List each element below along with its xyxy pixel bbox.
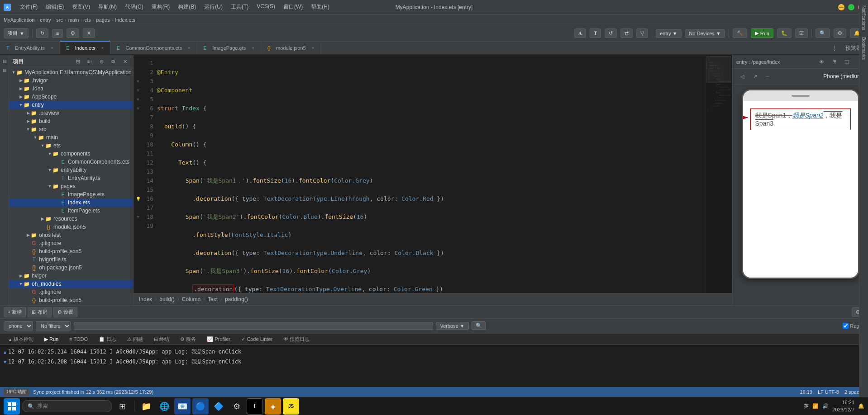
bookmarks-btn[interactable]: Bookmarks: [860, 55, 867, 61]
menu-refactor[interactable]: 重构(R): [148, 1, 174, 13]
tree-item-hvigordir[interactable]: ▶ 📁 hvigor: [9, 272, 133, 280]
menu-edit[interactable]: 编辑(E): [42, 1, 67, 13]
taskbar-app-file[interactable]: 📁: [138, 398, 154, 415]
tree-item-gitignore1[interactable]: ▶ G .gitignore: [9, 239, 133, 247]
left-sidebar-btn[interactable]: ⊟: [0, 57, 9, 65]
mirror-btn[interactable]: ⇄: [620, 28, 633, 38]
tree-item-buildprofile2[interactable]: ▶ {} build-profile.json5: [9, 296, 133, 304]
preview-layout-btn[interactable]: ◫: [842, 57, 852, 67]
tree-item-main[interactable]: ▼ 📁 main: [9, 133, 133, 141]
tab-imagepage[interactable]: E ImagePage.ets ×: [197, 42, 261, 54]
left-sidebar-btn[interactable]: ⊟: [0, 66, 9, 74]
tab-more-btn[interactable]: ⋮: [829, 44, 840, 52]
bottom-settings-btn[interactable]: ⚙ 设置: [53, 307, 77, 317]
btn-profiler[interactable]: 📈 Profiler: [202, 335, 235, 344]
align-btn[interactable]: ≡: [52, 29, 63, 38]
build-project-btn[interactable]: 🔨: [733, 28, 747, 38]
windows-start-btn[interactable]: [4, 398, 20, 415]
tree-item-gitignore2[interactable]: ▶ G .gitignore: [9, 288, 133, 296]
tree-item-commoncomponents[interactable]: ▶ E CommonComponents.ets: [9, 158, 133, 166]
menu-tools[interactable]: 工具(T): [227, 1, 252, 13]
tab-close-icon[interactable]: ×: [250, 45, 256, 51]
sidebar-scroll-btn[interactable]: ⊙: [97, 57, 106, 66]
btn-codelinter[interactable]: ✓ Code Linter: [237, 335, 277, 344]
tree-item-buildprofile1[interactable]: ▶ {} build-profile.json5: [9, 247, 133, 255]
tab-entryability[interactable]: T EntryAbility.ts ×: [0, 42, 60, 54]
sidebar-sort-btn[interactable]: ≡↑: [85, 57, 94, 66]
btn-preview-log[interactable]: 👁 预览日志: [279, 334, 314, 344]
btn-services[interactable]: ⚙ 服务: [176, 334, 200, 344]
tab-close-icon[interactable]: ×: [99, 45, 105, 51]
tab-close-icon[interactable]: ×: [310, 45, 316, 51]
code-content[interactable]: @Entry @Component struct Index { build()…: [155, 55, 705, 293]
entry-dropdown[interactable]: entry ▼: [656, 29, 681, 38]
tree-item-src[interactable]: ▼ 📁 src: [9, 125, 133, 133]
tree-item-oh-modules[interactable]: ▼ 📁 oh_modules: [9, 280, 133, 288]
tray-network-icon[interactable]: 📶: [812, 403, 819, 409]
tree-item-pages-dir[interactable]: ▼ 📁 pages: [9, 182, 133, 190]
tree-item-ohpackage[interactable]: ▶ {} oh-package.json5: [9, 264, 133, 272]
breadcrumb-item[interactable]: build(): [159, 296, 174, 302]
debug-btn[interactable]: 🐛: [777, 28, 792, 38]
breadcrumb-item[interactable]: Index.ets: [115, 17, 135, 23]
menu-nav[interactable]: 导航(N): [95, 1, 120, 13]
close-project-btn[interactable]: ✕: [83, 28, 95, 38]
taskview-btn[interactable]: ⊞: [114, 398, 130, 415]
notifications-icon[interactable]: 🔔: [858, 403, 864, 409]
filter-btn[interactable]: ▽: [636, 28, 648, 38]
rotate-btn[interactable]: ↺: [605, 28, 617, 38]
preview-eye-btn[interactable]: 👁: [816, 57, 826, 67]
tree-item-myapplication[interactable]: ▼ 📁 MyApplication E:\HarmonyOS\MyApplica…: [9, 68, 133, 76]
menu-file[interactable]: 文件(F): [16, 1, 41, 13]
tree-item-index-ets[interactable]: ▶ E Index.ets: [9, 198, 133, 207]
tree-item-itempage[interactable]: ▶ E ItemPage.ets: [9, 207, 133, 215]
filter-select[interactable]: No filters: [36, 321, 71, 330]
preview-device-more-btn[interactable]: ···: [763, 71, 773, 81]
temperature-badge[interactable]: 19°C 晴朗: [4, 388, 29, 396]
tree-item-resources[interactable]: ▶ 📁 resources: [9, 215, 133, 223]
tab-commoncomponents[interactable]: E CommonComponents.ets ×: [110, 42, 197, 54]
btn-version-control[interactable]: ▲ 板本控制: [4, 334, 38, 344]
tree-item-modulejson[interactable]: ▶ {} module.json5: [9, 223, 133, 231]
maximize-button[interactable]: □: [848, 4, 854, 10]
search-input[interactable]: [74, 322, 433, 330]
font-btn[interactable]: 𝐓: [590, 28, 601, 38]
device-dropdown[interactable]: No Devices ▼: [685, 29, 725, 38]
search-log-btn[interactable]: 🔍: [472, 321, 486, 330]
tab-close-icon[interactable]: ×: [49, 45, 55, 51]
layout-btn[interactable]: ⊞ 布局: [28, 307, 51, 317]
tree-item-entryability-ts[interactable]: ▶ T EntryAbility.ts: [9, 174, 133, 182]
tree-item-ohostest[interactable]: ▶ 📁 ohosTest: [9, 231, 133, 239]
sidebar-layout-btn[interactable]: ⊞: [73, 57, 82, 66]
breadcrumb-item[interactable]: padding(): [225, 296, 248, 302]
settings-gear-btn[interactable]: ⚙: [834, 28, 846, 38]
minimize-button[interactable]: —: [838, 4, 844, 10]
menu-run[interactable]: 运行(U): [200, 1, 226, 13]
sync-btn[interactable]: ↻: [36, 28, 48, 38]
tree-item-hvigorfile[interactable]: ▶ T hvigorfile.ts: [9, 255, 133, 264]
add-log-btn[interactable]: + 新增: [4, 307, 26, 317]
taskbar-app-blue[interactable]: 🔵: [192, 398, 209, 415]
minimap-scrollbar[interactable]: [706, 56, 731, 83]
tab-modulejson[interactable]: {} module.json5 ×: [261, 42, 321, 54]
run-button[interactable]: ▶ Run: [751, 28, 773, 38]
breadcrumb-item[interactable]: MyApplication: [4, 17, 34, 23]
btn-issues[interactable]: ⚠ 问题: [123, 334, 148, 344]
tree-item-imagepage[interactable]: ▶ E ImagePage.ets: [9, 190, 133, 198]
taskbar-app-diamond[interactable]: 🔷: [210, 398, 227, 415]
tree-item-components[interactable]: ▼ 📁 components: [9, 150, 133, 158]
breadcrumb-item[interactable]: ets: [84, 17, 91, 23]
tree-item-preview[interactable]: ▶ 📁 .preview: [9, 109, 133, 117]
tab-index[interactable]: E Index.ets ×: [60, 41, 111, 54]
code-area[interactable]: 1 2 ▼ 3 ▼ 4 ▼ 5: [134, 55, 732, 293]
menu-view[interactable]: 视图(V): [68, 1, 94, 13]
tray-volume-icon[interactable]: 🔊: [822, 403, 829, 409]
regex-checkbox[interactable]: [843, 323, 849, 329]
preview-share-btn[interactable]: ↗: [750, 71, 760, 81]
clock[interactable]: 16:21 2023/12/7: [832, 399, 854, 413]
taskbar-app-amber[interactable]: ◈: [265, 398, 281, 415]
tree-item-entryability-dir[interactable]: ▼ 📁 entryability: [9, 166, 133, 174]
tree-item-entry[interactable]: ▼ 📁 entry: [9, 101, 133, 109]
sidebar-close-btn[interactable]: ✕: [120, 57, 129, 66]
profile-btn[interactable]: 𝐀: [574, 28, 586, 38]
